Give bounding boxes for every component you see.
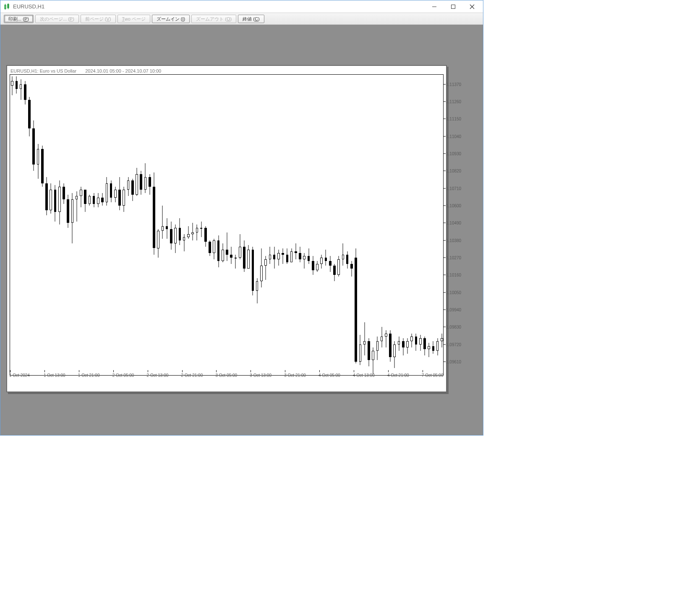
x-axis: 1 Oct 20241 Oct 13:001 Oct 21:002 Oct 05… xyxy=(10,371,443,386)
chart-plot-area xyxy=(10,74,444,376)
chart-title: EURUSD,H1: Euro vs US Dollar xyxy=(10,68,76,73)
close-preview-button[interactable]: 終値 (C) xyxy=(238,15,264,23)
zoom-out-button: ズームアウト (O) xyxy=(191,15,236,23)
y-axis: 1.113701.112601.111501.110401.109301.108… xyxy=(446,75,476,376)
y-tick-label: 1.10160 xyxy=(446,273,461,277)
two-page-button: Two ページ xyxy=(117,15,150,23)
x-tick-label: 1 Oct 21:00 xyxy=(78,373,100,378)
y-tick-label: 1.11260 xyxy=(446,99,461,104)
y-tick-label: 1.10050 xyxy=(446,290,461,295)
print-preview-toolbar: 印刷... (P) 次のページ... (P) 前ページ (V) Two ページ … xyxy=(0,13,483,25)
y-tick-label: 1.11370 xyxy=(446,82,461,86)
x-tick-label: 4 Oct 05:00 xyxy=(319,373,340,378)
x-tick-label: 2 Oct 13:00 xyxy=(147,373,169,378)
zoom-in-button[interactable]: ズームイン (I) xyxy=(152,15,190,23)
x-tick-label: 1 Oct 2024 xyxy=(9,373,30,378)
x-tick-label: 3 Oct 13:00 xyxy=(250,373,272,378)
preview-page[interactable]: EURUSD,H1: Euro vs US Dollar 2024.10.01 … xyxy=(6,65,447,392)
x-tick-label: 4 Oct 13:00 xyxy=(353,373,375,378)
print-button[interactable]: 印刷... (P) xyxy=(4,15,34,23)
y-tick-label: 1.10710 xyxy=(446,186,461,191)
x-tick-label: 2 Oct 05:00 xyxy=(112,373,134,378)
x-tick-label: 7 Oct 05:00 xyxy=(422,373,444,378)
prev-page-button: 前ページ (V) xyxy=(81,15,116,23)
x-tick-label: 3 Oct 05:00 xyxy=(215,373,237,378)
y-tick-label: 1.11040 xyxy=(446,134,461,138)
y-tick-label: 1.10380 xyxy=(446,238,461,243)
next-page-button: 次のページ... (P) xyxy=(35,15,79,23)
y-tick-label: 1.10490 xyxy=(446,221,461,225)
x-tick-label: 3 Oct 21:00 xyxy=(284,373,306,378)
app-icon xyxy=(4,3,10,10)
y-tick-label: 1.11150 xyxy=(446,117,461,121)
y-tick-label: 1.09830 xyxy=(446,325,461,329)
y-tick-label: 1.10820 xyxy=(446,169,461,173)
y-tick-label: 1.09720 xyxy=(446,342,461,347)
y-tick-label: 1.09940 xyxy=(446,308,461,312)
x-tick-label: 1 Oct 13:00 xyxy=(44,373,65,378)
chart-date-range: 2024.10.01 05:00 - 2024.10.07 10:00 xyxy=(85,68,161,73)
x-tick-label: 4 Oct 21:00 xyxy=(387,373,409,378)
app-window: EURUSD,H1 印刷... (P) 次のページ... (P) 前ページ (V… xyxy=(0,0,483,436)
chart-header: EURUSD,H1: Euro vs US Dollar 2024.10.01 … xyxy=(10,68,161,73)
y-tick-label: 1.10270 xyxy=(446,256,461,260)
svg-rect-5 xyxy=(451,5,455,8)
titlebar: EURUSD,H1 xyxy=(0,0,483,13)
y-tick-label: 1.09610 xyxy=(446,360,461,364)
window-title: EURUSD,H1 xyxy=(13,3,44,10)
y-tick-label: 1.10930 xyxy=(446,151,461,156)
maximize-button[interactable] xyxy=(444,1,462,13)
preview-area: EURUSD,H1: Euro vs US Dollar 2024.10.01 … xyxy=(0,25,483,435)
minimize-button[interactable] xyxy=(425,1,444,13)
close-button[interactable] xyxy=(462,1,481,13)
x-tick-label: 2 Oct 21:00 xyxy=(181,373,203,378)
y-tick-label: 1.10600 xyxy=(446,204,461,208)
